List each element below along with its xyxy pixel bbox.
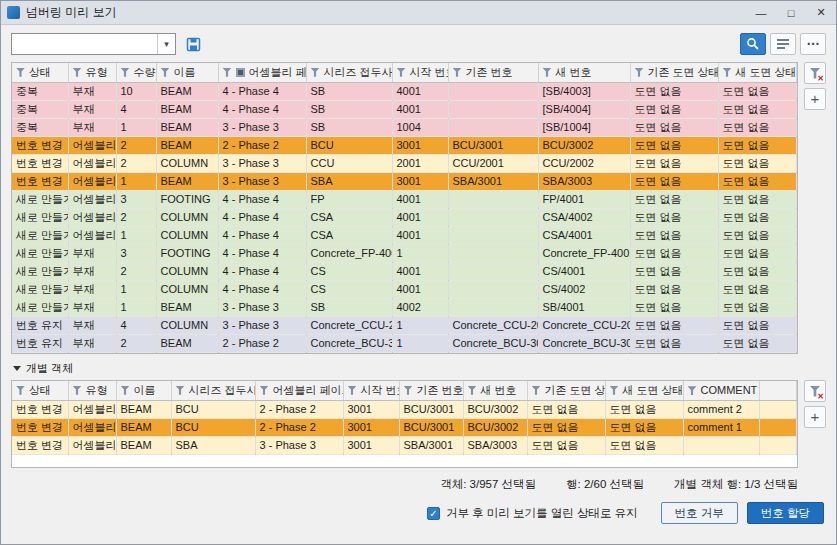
filter-icon[interactable] bbox=[635, 68, 644, 77]
table-cell: 1 bbox=[392, 334, 448, 352]
table-row[interactable]: 번호 변경어셈블리BEAMBCU2 - Phase 23001BCU/3001B… bbox=[12, 418, 797, 436]
table-cell: SBA bbox=[171, 436, 255, 454]
filter-icon[interactable] bbox=[397, 68, 406, 77]
add-filter-button[interactable]: + bbox=[804, 406, 826, 428]
table-row[interactable]: 새로 만들기어셈블리3FOOTING4 - Phase 4FP4001FP/40… bbox=[12, 190, 797, 208]
column-header[interactable]: 기존 번호 bbox=[399, 381, 463, 400]
keep-open-checkbox[interactable]: ✓ 거부 후 미리 보기를 열린 상태로 유지 bbox=[427, 506, 638, 521]
table-cell: 2 - Phase 2 bbox=[218, 334, 306, 352]
filter-icon[interactable] bbox=[532, 386, 541, 395]
assign-numbers-button[interactable]: 번호 할당 bbox=[747, 502, 824, 524]
column-header[interactable]: 상태 bbox=[12, 63, 68, 82]
column-header[interactable]: 시작 번호 bbox=[343, 381, 399, 400]
filter-icon[interactable] bbox=[73, 386, 82, 395]
column-header[interactable]: 유형 bbox=[68, 63, 116, 82]
filter-icon[interactable] bbox=[260, 386, 269, 395]
main-table: 상태유형수량이름어셈블리 페이즈시리즈 접두사시작 번호기존 번호새 번호기존 … bbox=[12, 63, 797, 353]
column-header[interactable]: COMMENT bbox=[683, 381, 759, 400]
filter-icon[interactable] bbox=[468, 386, 477, 395]
filter-icon[interactable] bbox=[543, 68, 552, 77]
table-row[interactable]: 새로 만들기부재1BEAM3 - Phase 3SB4002SB/4001도면 … bbox=[12, 298, 797, 316]
filter-icon[interactable] bbox=[223, 68, 232, 77]
column-label: COMMENT bbox=[701, 384, 758, 396]
chevron-down-icon[interactable]: ▾ bbox=[157, 34, 175, 54]
table-cell: BCU bbox=[171, 400, 255, 418]
add-filter-button[interactable]: + bbox=[804, 88, 826, 110]
main-table-area: 상태유형수량이름어셈블리 페이즈시리즈 접두사시작 번호기존 번호새 번호기존 … bbox=[11, 62, 798, 354]
column-header[interactable]: 상태 bbox=[12, 381, 68, 400]
save-preset-button[interactable] bbox=[180, 33, 206, 55]
table-cell: 3001 bbox=[343, 418, 399, 436]
filter-icon[interactable] bbox=[348, 386, 357, 395]
table-cell: 부재 bbox=[68, 334, 116, 352]
column-header[interactable]: 기존 번호 bbox=[448, 63, 538, 82]
column-header[interactable]: 어셈블리 페이즈 bbox=[218, 63, 306, 82]
titlebar[interactable]: 넘버링 미리 보기 — □ ✕ bbox=[1, 1, 836, 25]
filter-icon[interactable] bbox=[16, 68, 25, 77]
filter-icon[interactable] bbox=[453, 68, 462, 77]
filter-icon[interactable] bbox=[688, 386, 697, 395]
table-row[interactable]: 새로 만들기어셈블리2COLUMN4 - Phase 4CSA4001CSA/4… bbox=[12, 208, 797, 226]
table-row[interactable]: 새로 만들기부재2COLUMN4 - Phase 4CS4001CS/4001도… bbox=[12, 262, 797, 280]
table-cell: 도면 없음 bbox=[718, 208, 797, 226]
table-row[interactable]: 번호 변경어셈블리2BEAM2 - Phase 2BCU3001BCU/3001… bbox=[12, 136, 797, 154]
filter-icon[interactable] bbox=[610, 386, 619, 395]
table-cell: BEAM bbox=[116, 436, 171, 454]
column-header[interactable]: 새 번호 bbox=[538, 63, 630, 82]
column-header[interactable]: 기존 도면 상태 bbox=[630, 63, 718, 82]
table-row[interactable]: 새로 만들기어셈블리1COLUMN4 - Phase 4CSA4001CSA/4… bbox=[12, 226, 797, 244]
table-row[interactable]: 번호 변경어셈블리2COLUMN3 - Phase 3CCU2001CCU/20… bbox=[12, 154, 797, 172]
table-cell: FP/4001 bbox=[538, 190, 630, 208]
zoom-to-selected-button[interactable] bbox=[740, 33, 766, 55]
clear-filter-button[interactable]: ✕ bbox=[804, 380, 826, 402]
preset-combobox[interactable]: ▾ bbox=[11, 33, 176, 55]
filter-icon[interactable] bbox=[73, 68, 82, 77]
column-header[interactable]: 새 도면 상태 bbox=[605, 381, 683, 400]
close-button[interactable]: ✕ bbox=[806, 1, 836, 24]
table-cell: 1 bbox=[116, 298, 156, 316]
clear-x-icon: ✕ bbox=[817, 75, 824, 83]
individual-objects-toggle[interactable]: 개별 객체 bbox=[13, 361, 826, 376]
table-row[interactable]: 새로 만들기부재1COLUMN4 - Phase 4CS4001CS/4002도… bbox=[12, 280, 797, 298]
filter-icon[interactable] bbox=[404, 386, 413, 395]
filter-icon[interactable] bbox=[121, 386, 130, 395]
clear-filter-button[interactable]: ✕ bbox=[804, 62, 826, 84]
minimize-button[interactable]: — bbox=[746, 1, 776, 24]
table-row[interactable]: 중복부재1BEAM3 - Phase 3SB1004[SB/1004]도면 없음… bbox=[12, 118, 797, 136]
column-header[interactable]: 시작 번호 bbox=[392, 63, 448, 82]
filter-icon[interactable] bbox=[723, 68, 732, 77]
table-row[interactable]: 번호 변경어셈블리1BEAM3 - Phase 3SBA3001SBA/3001… bbox=[12, 172, 797, 190]
column-header[interactable]: 어셈블리 페이즈 bbox=[255, 381, 343, 400]
column-header[interactable]: 시리즈 접두사 bbox=[306, 63, 392, 82]
table-row[interactable]: 번호 변경어셈블리BEAMBCU2 - Phase 23001BCU/3001B… bbox=[12, 400, 797, 418]
table-row[interactable]: 번호 변경어셈블리BEAMSBA3 - Phase 33001SBA/3001S… bbox=[12, 436, 797, 454]
filter-icon[interactable] bbox=[311, 68, 320, 77]
table-row[interactable]: 새로 만들기부재3FOOTING4 - Phase 4Concrete_FP-4… bbox=[12, 244, 797, 262]
column-header[interactable]: 이름 bbox=[116, 381, 171, 400]
table-cell bbox=[448, 190, 538, 208]
more-options-button[interactable]: ⋯ bbox=[800, 33, 826, 55]
filter-icon[interactable] bbox=[16, 386, 25, 395]
filter-icon[interactable] bbox=[176, 386, 185, 395]
table-cell: 도면 없음 bbox=[527, 400, 605, 418]
column-header[interactable]: 시리즈 접두사 bbox=[171, 381, 255, 400]
table-cell bbox=[448, 208, 538, 226]
column-header[interactable]: 수량 bbox=[116, 63, 156, 82]
column-header[interactable]: 기존 도면 상태 bbox=[527, 381, 605, 400]
table-cell: COLUMN bbox=[156, 262, 218, 280]
column-header-filler[interactable] bbox=[759, 381, 797, 400]
table-row[interactable]: 번호 유지부재2BEAM2 - Phase 2Concrete_BCU-3001… bbox=[12, 334, 797, 352]
reject-numbers-button[interactable]: 번호 거부 bbox=[661, 502, 738, 524]
column-header[interactable]: 이름 bbox=[156, 63, 218, 82]
column-header[interactable]: 새 번호 bbox=[463, 381, 527, 400]
table-row[interactable]: 번호 유지부재4COLUMN3 - Phase 3Concrete_CCU-20… bbox=[12, 316, 797, 334]
column-header[interactable]: 새 도면 상태 bbox=[718, 63, 797, 82]
table-row[interactable]: 중복부재10BEAM4 - Phase 4SB4001[SB/4003]도면 없… bbox=[12, 82, 797, 100]
filter-icon[interactable] bbox=[161, 68, 170, 77]
filter-icon[interactable] bbox=[121, 68, 130, 77]
table-row[interactable]: 중복부재4BEAM4 - Phase 4SB4001[SB/4004]도면 없음… bbox=[12, 100, 797, 118]
select-in-model-button[interactable] bbox=[770, 33, 796, 55]
checkbox-check-icon[interactable]: ✓ bbox=[427, 507, 440, 520]
column-header[interactable]: 유형 bbox=[68, 381, 116, 400]
maximize-button[interactable]: □ bbox=[776, 1, 806, 24]
